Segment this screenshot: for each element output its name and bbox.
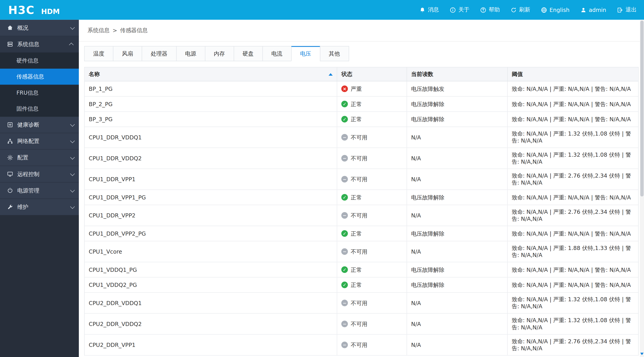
tab-disk[interactable]: 硬盘 xyxy=(234,46,262,61)
na-status-icon: − xyxy=(341,155,348,161)
sensor-status: ✓正常 xyxy=(337,262,407,277)
h3c-logo: H3C xyxy=(8,4,34,17)
sensor-status: −不可用 xyxy=(337,148,407,168)
bell-icon xyxy=(419,7,426,13)
sidebar-item-fru-info[interactable]: FRU信息 xyxy=(0,85,79,101)
sensor-reading: N/A xyxy=(407,205,508,225)
sidebar-item-remote-control[interactable]: 远程控制 xyxy=(0,166,79,183)
sensor-reading: N/A xyxy=(407,241,508,262)
sensor-name: CPU1_DDR_VPP2 xyxy=(85,205,337,225)
table-body: BP_1_PG×严重电压故障触发致命: N/A,N/A | 严重: N/A,N/… xyxy=(85,81,638,356)
sensor-threshold: 致命: N/A,N/A | 严重: 1.32 伏特,1.08 伏特 | 警告: … xyxy=(508,127,638,147)
tab-memory[interactable]: 内存 xyxy=(205,46,234,61)
sidebar-item-label: 远程控制 xyxy=(17,170,40,178)
na-status-icon: − xyxy=(341,300,348,306)
topbar-logout-button[interactable]: 退出 xyxy=(617,6,636,14)
network-icon xyxy=(6,138,14,144)
sort-ascending-icon[interactable] xyxy=(329,73,333,76)
sensor-status: −不可用 xyxy=(337,169,407,189)
vertical-scrollbar[interactable] xyxy=(640,20,644,357)
sensor-name: CPU2_DDR_VDDQ2 xyxy=(85,314,337,334)
tab-voltage[interactable]: 电压 xyxy=(291,46,320,61)
sensor-status: −不可用 xyxy=(337,293,407,313)
table-row: CPU1_VDDQ1_PG✓正常电压故障解除致命: N/A,N/A | 严重: … xyxy=(85,262,638,278)
tab-other[interactable]: 其他 xyxy=(320,46,349,61)
topbar-language-button[interactable]: English xyxy=(541,7,570,13)
ok-status-icon: ✓ xyxy=(341,266,348,273)
topbar-refresh-button[interactable]: 刷新 xyxy=(510,6,530,14)
status-label: 正常 xyxy=(351,101,362,108)
tab-power-supply[interactable]: 电源 xyxy=(176,46,205,61)
scrollbar-down-arrow-icon[interactable] xyxy=(640,351,644,356)
na-status-icon: − xyxy=(341,134,348,141)
ok-status-icon: ✓ xyxy=(341,194,348,201)
sensor-threshold: 致命: N/A,N/A | 严重: 1.32 伏特,1.08 伏特 | 警告: … xyxy=(508,148,638,168)
sidebar-subitem-label: FRU信息 xyxy=(16,89,39,97)
sensor-reading: N/A xyxy=(407,169,508,189)
help-icon xyxy=(480,7,486,13)
sidebar-item-sensor-info[interactable]: 传感器信息 xyxy=(0,69,79,85)
status-label: 不可用 xyxy=(351,212,367,219)
sensor-status: ✓正常 xyxy=(337,277,407,292)
column-header-label: 阈值 xyxy=(512,71,523,78)
sidebar-item-label: 电源管理 xyxy=(17,187,40,194)
column-header-label: 名称 xyxy=(89,71,100,78)
sensor-name: BP_2_PG xyxy=(85,97,337,112)
status-label: 不可用 xyxy=(351,341,367,348)
topbar-messages-label: 消息 xyxy=(428,6,439,14)
chevron-down-icon xyxy=(70,138,75,143)
sidebar-subitem-label: 固件信息 xyxy=(16,105,39,112)
topbar-user-button[interactable]: admin xyxy=(580,7,606,13)
sidebar-item-overview[interactable]: 概况 xyxy=(0,20,79,36)
sensor-reading: 电压故障解除 xyxy=(407,97,508,112)
scrollbar-thumb[interactable] xyxy=(640,21,644,196)
table-row: BP_1_PG×严重电压故障触发致命: N/A,N/A | 严重: N/A,N/… xyxy=(85,81,638,97)
table-row: CPU1_DDR_VDDQ1−不可用N/A致命: N/A,N/A | 严重: 1… xyxy=(85,127,638,148)
topbar: H3C HDM 消息关于帮助刷新Englishadmin退出 xyxy=(0,0,644,20)
system-icon xyxy=(6,41,14,47)
sidebar-item-hardware-info[interactable]: 硬件信息 xyxy=(0,53,79,69)
info-icon xyxy=(450,7,456,13)
sensor-name: CPU2_DDR_VDDQ1 xyxy=(85,293,337,313)
sidebar-item-network-config[interactable]: 网络配置 xyxy=(0,133,79,150)
tab-fan[interactable]: 风扇 xyxy=(113,46,142,61)
topbar-user-label: admin xyxy=(589,7,606,13)
refresh-icon xyxy=(510,7,517,13)
sidebar-subitem-label: 硬件信息 xyxy=(16,57,39,64)
table-row: CPU1_VDDQ2_PG✓正常电压故障解除致命: N/A,N/A | 严重: … xyxy=(85,277,638,293)
chevron-down-icon xyxy=(70,25,75,30)
sidebar-item-health-diagnosis[interactable]: 健康诊断 xyxy=(0,117,79,133)
na-status-icon: − xyxy=(341,341,348,348)
topbar-messages-button[interactable]: 消息 xyxy=(419,6,439,14)
sensor-reading: N/A xyxy=(407,334,508,355)
tab-temperature[interactable]: 温度 xyxy=(84,46,114,61)
sensor-reading: 电压故障解除 xyxy=(407,277,508,292)
sensor-name: CPU1_Vcore xyxy=(85,241,337,262)
topbar-about-button[interactable]: 关于 xyxy=(450,6,470,14)
breadcrumb-separator: > xyxy=(112,27,117,34)
chevron-down-icon xyxy=(70,188,75,192)
sidebar-item-power-management[interactable]: 电源管理 xyxy=(0,183,79,199)
topbar-refresh-label: 刷新 xyxy=(519,6,530,14)
sensor-reading: 电压故障触发 xyxy=(407,81,508,96)
sensor-threshold: 致命: N/A,N/A | 严重: 2.76 伏特,2.34 伏特 | 警告: … xyxy=(508,334,638,355)
sensor-reading: N/A xyxy=(407,314,508,334)
sensor-reading: N/A xyxy=(407,293,508,313)
breadcrumb-current: 传感器信息 xyxy=(120,27,148,34)
sensor-name: CPU1_DDR_VPP2_PG xyxy=(85,226,337,241)
column-header-name[interactable]: 名称 xyxy=(85,68,337,81)
tab-processor[interactable]: 处理器 xyxy=(142,46,176,61)
logout-icon xyxy=(617,7,623,13)
health-icon xyxy=(6,122,14,128)
sidebar-item-maintenance[interactable]: 维护 xyxy=(0,199,79,215)
topbar-help-button[interactable]: 帮助 xyxy=(480,6,500,14)
column-header-label: 状态 xyxy=(341,71,352,78)
sidebar-item-firmware-info[interactable]: 固件信息 xyxy=(0,101,79,117)
sidebar-item-system-info[interactable]: 系统信息 xyxy=(0,36,79,53)
wrench-icon xyxy=(6,204,14,210)
breadcrumb-parent[interactable]: 系统信息 xyxy=(88,27,110,34)
table-row: CPU1_DDR_VPP1_PG✓正常电压故障解除致命: N/A,N/A | 严… xyxy=(85,190,638,205)
tab-current[interactable]: 电流 xyxy=(262,46,291,61)
status-label: 正常 xyxy=(351,116,362,123)
sidebar-item-configuration[interactable]: 配置 xyxy=(0,150,79,166)
